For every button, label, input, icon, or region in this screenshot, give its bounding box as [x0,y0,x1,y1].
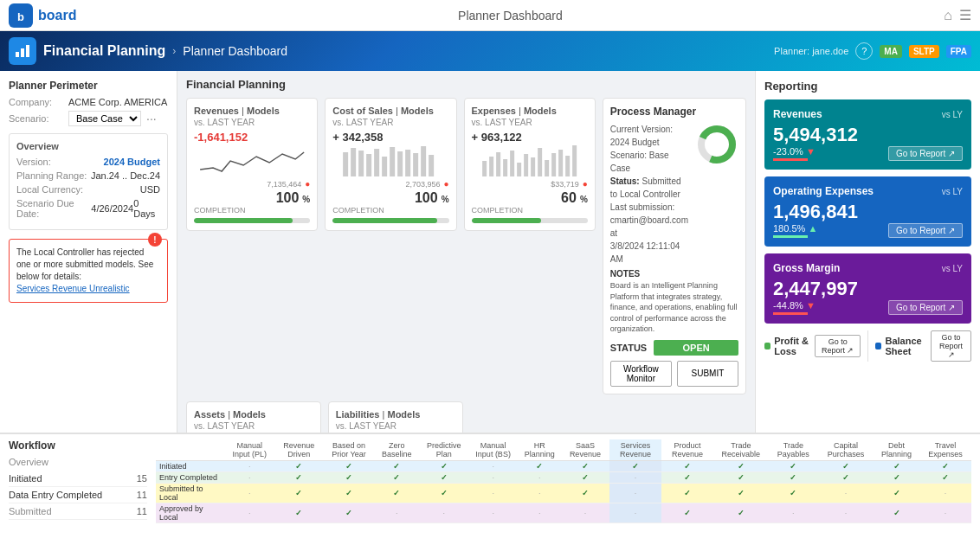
workflow-data-entry-row[interactable]: Data Entry Completed 11 [9,487,147,503]
workflow-col-empty [156,439,225,461]
workflow-cell: · [468,484,518,503]
workflow-initiated-count: 15 [137,473,147,484]
process-manager-title: Process Manager [610,106,738,118]
reporting-title: Reporting [764,80,971,93]
svg-rect-4 [26,45,29,57]
scenario-select[interactable]: Base Case [68,111,141,126]
workflow-col-hr-planning: HR Planning [518,439,561,461]
scenario-more-icon[interactable]: ··· [146,112,157,125]
revenues-arrow-down-icon: ▼ [806,146,816,157]
menu-icon[interactable]: ☰ [959,7,971,23]
workflow-table-row: Submitted to Local·✓✓✓✓··✓·✓✓✓·✓· [156,484,971,503]
revenues-report-btn[interactable]: Go to Report ↗ [888,146,963,161]
version-value: 2024 Budget [104,157,160,167]
nav-badge-sltp[interactable]: SLTP [909,45,939,58]
profit-loss-btn[interactable]: Go to Report ↗ [815,335,861,357]
svg-rect-17 [482,161,487,176]
scenario-due-row: Scenario Due Date: 4/26/2024 0 Days [16,198,160,219]
operating-expenses-report-card: Operating Expenses vs LY 1,496,841 180.5… [764,176,971,247]
workflow-col-capital-purchases: Capital Purchases [818,439,874,461]
svg-rect-20 [503,159,507,176]
gross-margin-report-delta: -44.8% ▼ [773,300,858,315]
workflow-cell: · [468,472,518,484]
revenue-completion: COMPLETION [194,206,310,215]
profit-loss-report-item: Profit & Loss Go to Report ↗ [764,330,861,362]
gross-margin-report-header: Gross Margin vs LY [773,262,963,274]
profit-loss-dot [764,343,770,349]
gross-margin-report-btn[interactable]: Go to Report ↗ [888,300,963,315]
submit-button[interactable]: SUBMIT [677,361,738,387]
svg-rect-18 [489,157,493,176]
workflow-cell: ✓ [818,472,874,484]
scenario-due-label: Scenario Due Date: [16,198,91,219]
profit-loss-label: Profit & Loss [774,336,809,356]
workflow-cell: ✓ [419,461,468,472]
workflow-cell: · [518,472,561,484]
workflow-cell: · [468,461,518,472]
svg-rect-15 [421,146,426,176]
workflow-col-trade-receivable: Trade Receivable [713,439,769,461]
workflow-col-services-revenue: Services Revenue [609,439,662,461]
revenue-vs-label: vs. LAST YEAR [194,118,310,127]
workflow-table-container: Manual Input (PL) Revenue Driven Based o… [156,439,971,540]
nav-badge-fpa[interactable]: FPA [946,45,971,58]
svg-rect-7 [358,151,364,176]
expenses-progress-bar [472,218,588,223]
revenues-report-value: 5,494,312 [773,124,858,146]
workflow-cell: ✓ [374,461,419,472]
workflow-table-body: Initiated·✓✓✓✓·✓✓✓✓✓✓✓✓✓Entry Completed·… [156,461,971,523]
nav-right-actions: Planner: jane.doe ? MA SLTP FPA [774,42,971,60]
cos-card-header: Cost of Sales | Models [332,106,448,116]
operating-expenses-report-btn[interactable]: Go to Report ↗ [888,223,963,238]
process-open-button[interactable]: OPEN [654,340,738,356]
workflow-table-row: Initiated·✓✓✓✓·✓✓✓✓✓✓✓✓✓ [156,461,971,472]
workflow-col-zero-baseline: Zero Baseline [374,439,419,461]
workflow-cell: ✓ [713,503,769,523]
balance-sheet-label: Balance Sheet [885,336,925,356]
svg-rect-29 [565,156,570,176]
workflow-cell: ✓ [769,484,818,503]
balance-sheet-dot [875,343,881,349]
home-icon[interactable]: ⌂ [944,8,952,23]
workflow-cell: · [818,484,874,503]
planning-range-value: Jan.24 .. Dec.24 [91,170,160,181]
workflow-cell: · [919,484,971,503]
gross-margin-report-card: Gross Margin vs LY 2,447,997 -44.8% ▼ Go… [764,253,971,324]
workflow-cell: · [225,503,274,523]
svg-rect-6 [351,148,356,176]
workflow-col-trade-payables: Trade Payables [769,439,818,461]
svg-rect-13 [405,150,410,176]
workflow-cell: ✓ [274,503,324,523]
process-donut-chart [695,123,738,166]
svg-rect-2 [16,52,19,57]
balance-sheet-btn[interactable]: Go to Report ↗ [931,330,971,362]
workflow-cell: ✓ [919,472,971,484]
workflow-col-predictive-plan: Predictive Plan [419,439,468,461]
workflow-cell: ✓ [561,461,609,472]
svg-rect-24 [531,157,535,176]
nav-subtitle: Planner Dashboard [183,44,287,58]
workflow-submitted-count: 11 [137,506,147,516]
workflow-row-label: Approved by Local [156,503,225,523]
revenue-progress-bar [194,218,310,223]
operating-expenses-report-header: Operating Expenses vs LY [773,185,963,197]
workflow-monitor-button[interactable]: Workflow Monitor [610,361,672,387]
workflow-row-label: Entry Completed [156,472,225,484]
workflow-title: Workflow [9,439,147,452]
top-bar-actions: ⌂ ☰ [944,7,971,23]
nav-badge-ma[interactable]: MA [880,45,902,58]
planning-range-row: Planning Range: Jan.24 .. Dec.24 [16,170,160,181]
nav-bar: Financial Planning › Planner Dashboard P… [0,31,980,71]
revenue-baseline: 7,135,464 [267,180,301,189]
gross-margin-arrow-down-icon: ▼ [806,300,816,311]
workflow-cell: · [561,503,609,523]
nav-help-button[interactable]: ? [855,42,873,60]
workflow-submitted-row[interactable]: Submitted 11 [9,503,147,520]
alert-highlight[interactable]: Services Revenue Unrealistic [16,284,130,293]
balance-sheet-report-item: Balance Sheet Go to Report ↗ [875,330,971,362]
assets-card-header: Assets | Models [194,409,313,420]
cos-chart [332,144,448,176]
workflow-col-based-on-prior: Based on Prior Year [324,439,374,461]
workflow-initiated-row[interactable]: Initiated 15 [9,471,147,487]
workflow-cell: ✓ [769,472,818,484]
